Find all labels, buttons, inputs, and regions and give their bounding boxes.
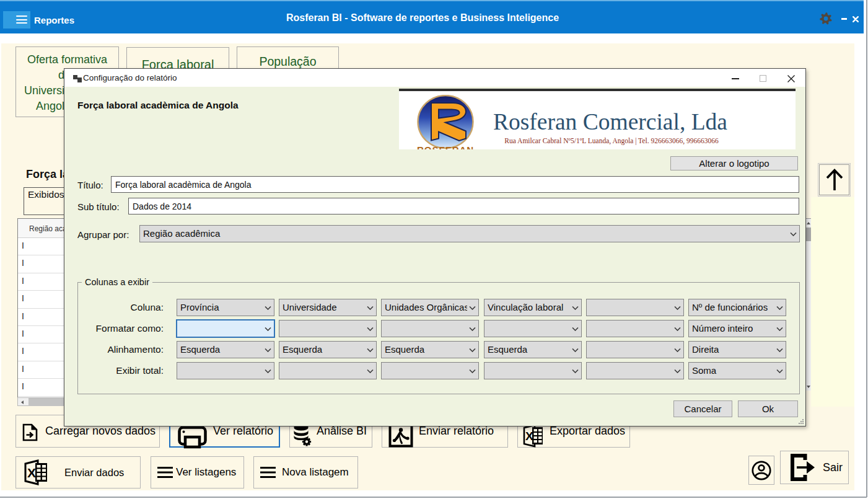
svg-text:X: X — [27, 466, 36, 480]
